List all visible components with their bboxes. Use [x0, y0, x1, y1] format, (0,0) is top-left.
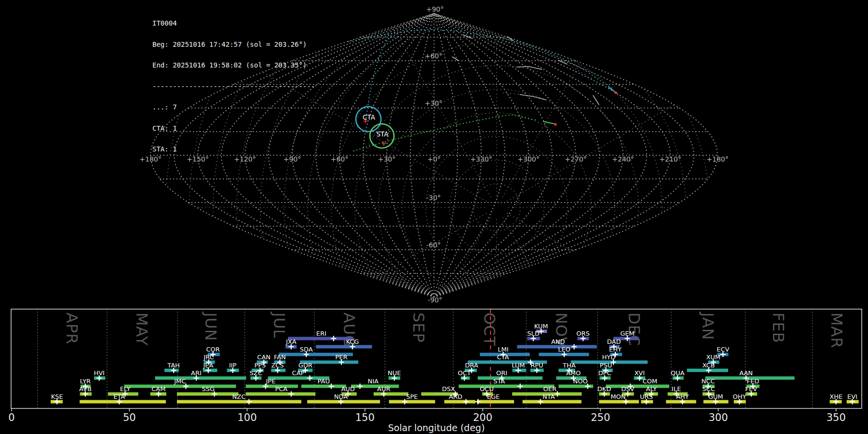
shower-label-SDA: SDA	[300, 346, 313, 353]
activity-timeline: APRMAYJUNJULAUGSEPOCTNOVDECJANFEBMARKUME…	[8, 309, 862, 433]
shower-bar-ERI	[288, 337, 353, 340]
shower-label-LEO: LEO	[558, 346, 570, 353]
shower-bar-ORI	[478, 377, 542, 380]
shower-label-ZCS: ZCS	[271, 362, 284, 369]
month-label-OCT: OCT	[480, 312, 499, 346]
sporadic-trail-extension-2	[569, 66, 592, 79]
shower-label-THA: THA	[562, 362, 576, 369]
shower-label-FED: FED	[746, 378, 759, 385]
shower-bar-ARD	[444, 400, 475, 404]
shower-label-JEA: JEA	[203, 362, 213, 369]
shower-label-JXA: JXA	[285, 338, 297, 345]
altaz-ring	[379, 89, 615, 326]
shower-label-IIP: IIP	[229, 362, 237, 369]
radiant-map-screen: IT0004 Beg: 20251016 17:42:57 (sol = 203…	[0, 0, 868, 434]
shower-label-KCG: KCG	[346, 338, 359, 345]
shower-label-AHY: AHY	[676, 393, 689, 400]
shower-label-CAN: CAN	[257, 353, 271, 361]
x-tick-label-300: 300	[708, 412, 728, 423]
shower-label-NOO: NOO	[573, 378, 588, 385]
shower-bar-EGE	[477, 400, 514, 404]
x-tick-label-200: 200	[473, 412, 492, 423]
shower-bar-SPE	[389, 400, 435, 404]
shower-peak-marker-ERI	[331, 336, 336, 341]
shower-label-AMO: AMO	[566, 369, 581, 377]
shower-label-NIA: NIA	[368, 378, 379, 385]
shower-label-GDR: GDR	[298, 362, 312, 369]
shower-label-ARD: ARD	[449, 393, 462, 400]
map-lon-label: +30°	[378, 155, 396, 163]
shower-label-PCA: PCA	[275, 385, 287, 393]
map-lon-label: +300°	[517, 155, 539, 163]
month-label-JAN: JAN	[699, 312, 717, 340]
x-tick-label-150: 150	[355, 412, 375, 423]
map-pole-label: +90°	[426, 5, 444, 13]
map-pole-label: -90°	[428, 296, 442, 304]
month-label-APR: APR	[63, 312, 81, 344]
shower-label-NUE: NUE	[388, 369, 401, 377]
shower-label-DPC: DPC	[598, 369, 611, 377]
shower-bar-KCG	[316, 345, 372, 349]
shower-label-LUM: LUM	[512, 362, 525, 369]
shower-bar-PCA	[246, 393, 316, 396]
shower-label-CTA: CTA	[497, 353, 509, 361]
shower-bar-NDA	[307, 400, 380, 404]
shower-label-DKD: DKD	[597, 385, 611, 393]
sporadic-trail-3	[520, 95, 546, 100]
radiant-label-STA: STA	[376, 130, 389, 138]
altaz-spoke	[503, 0, 726, 197]
shower-label-SSG: SSG	[202, 385, 215, 393]
x-tick-label-0: 0	[8, 412, 14, 423]
shower-label-XVI: XVI	[634, 369, 645, 377]
shower-bar-COM	[606, 385, 669, 388]
shower-label-ORS: ORS	[576, 330, 590, 337]
map-lon-label: +210°	[659, 155, 681, 163]
sporadic-trail-5	[593, 95, 599, 105]
shower-label-EGE: EGE	[487, 393, 500, 400]
month-label-JUL: JUL	[270, 312, 288, 339]
shower-bar-JMC	[124, 385, 236, 388]
shower-bar-PAU	[301, 385, 346, 388]
shower-label-XUM: XUM	[706, 353, 720, 361]
shower-label-LYR: LYR	[80, 378, 91, 385]
info-station-id: IT0004	[152, 20, 315, 27]
shower-label-SLD: SLD	[527, 330, 540, 337]
sporadic-trail-2	[517, 67, 542, 69]
shower-label-PSU: PSU	[600, 362, 612, 369]
shower-label-NCC: NCC	[702, 378, 715, 385]
shower-label-COR: COR	[206, 346, 220, 353]
shower-label-AND: AND	[551, 338, 565, 345]
shower-label-AUD: AUD	[341, 385, 354, 393]
altaz-ring	[449, 160, 544, 255]
shower-peak-marker-NZC	[246, 399, 252, 405]
x-tick-label-250: 250	[591, 412, 610, 423]
shower-label-SCC: SCC	[702, 385, 715, 393]
shower-label-PER: PER	[335, 353, 347, 361]
map-lat-label: +30°	[425, 99, 443, 107]
shower-label-QUA: QUA	[671, 369, 685, 377]
shower-label-ETA: ETA	[113, 393, 125, 400]
shower-label-OER: OER	[543, 385, 556, 393]
shower-label-EVI: EVI	[847, 393, 857, 400]
meteor-CTA	[609, 87, 616, 93]
info-separator: ----------------------------------------	[152, 83, 315, 90]
shower-label-DRA: DRA	[465, 362, 478, 369]
info-begin-time: Beg: 20251016 17:42:57 (sol = 203.26°)	[152, 41, 315, 48]
map-lat-label: -30°	[426, 194, 441, 202]
info-count-sta: STA: 1	[152, 146, 315, 153]
shower-label-NZC: NZC	[232, 393, 246, 400]
shower-label-OCU: OCU	[480, 385, 494, 393]
shower-label-ERI: ERI	[316, 330, 326, 337]
x-tick-label-100: 100	[237, 412, 257, 423]
x-tick-label-50: 50	[123, 412, 136, 423]
map-lon-label: +0°	[427, 155, 441, 163]
shower-label-DSV: DSV	[621, 385, 634, 393]
shower-label-GUM: GUM	[708, 393, 723, 400]
map-lat-label: +60°	[425, 52, 443, 60]
shower-label-ARI: ARI	[191, 369, 202, 377]
map-gridline-meridian-90	[434, 14, 576, 297]
shower-label-GEM: GEM	[620, 330, 635, 337]
radiant-label-CTA: CTA	[363, 113, 376, 121]
shower-bar-ETA	[80, 400, 166, 404]
shower-label-CAP: CAP	[292, 369, 305, 377]
